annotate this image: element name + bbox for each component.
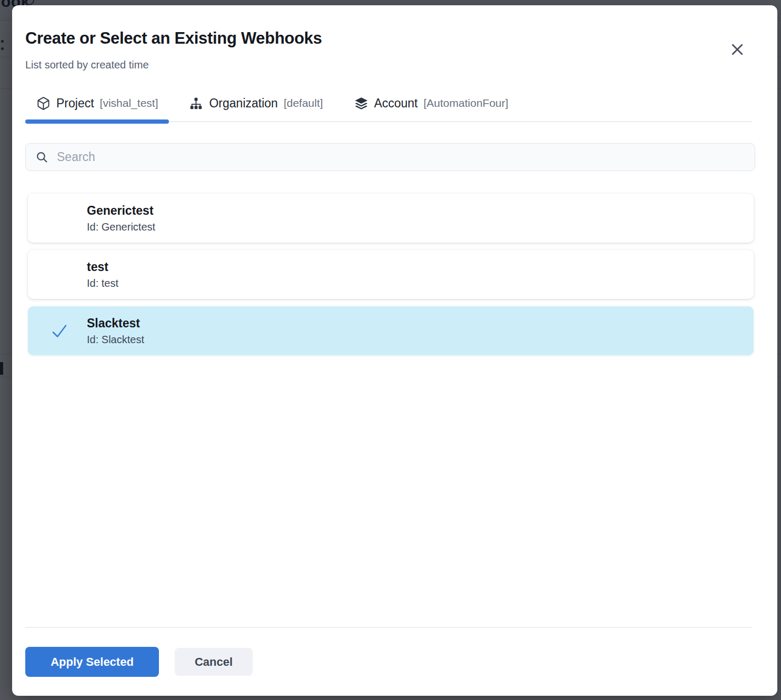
tab-organization-label: Organization bbox=[209, 96, 277, 111]
webhook-list-item-test[interactable]: test Id: test bbox=[28, 250, 754, 299]
search-box bbox=[25, 143, 755, 171]
search-input[interactable] bbox=[57, 144, 745, 171]
cancel-button[interactable]: Cancel bbox=[175, 648, 253, 676]
sitemap-icon bbox=[189, 96, 203, 111]
search-icon bbox=[35, 151, 48, 164]
webhook-name: Slacktest bbox=[87, 316, 754, 331]
box-icon bbox=[36, 96, 51, 111]
webhook-select-modal: Create or Select an Existing Webhooks Li… bbox=[12, 5, 777, 696]
tab-project[interactable]: Project [vishal_test] bbox=[25, 85, 169, 121]
webhook-list-item-slacktest[interactable]: Slacktest Id: Slacktest bbox=[28, 306, 754, 355]
tab-project-context: [vishal_test] bbox=[100, 97, 158, 109]
webhook-list-item-generictest[interactable]: Generictest Id: Generictest bbox=[28, 194, 754, 243]
webhook-name: test bbox=[87, 260, 754, 274]
close-icon bbox=[729, 42, 745, 57]
tab-organization-context: [default] bbox=[284, 97, 323, 109]
layers-icon bbox=[354, 96, 368, 111]
apply-selected-button[interactable]: Apply Selected bbox=[25, 647, 159, 677]
webhook-id: Id: Generictest bbox=[87, 221, 754, 233]
modal-subtitle: List sorted by created time bbox=[25, 59, 149, 71]
webhook-id: Id: Slacktest bbox=[87, 334, 754, 346]
check-icon bbox=[49, 322, 70, 341]
tab-organization[interactable]: Organization [default] bbox=[178, 85, 334, 121]
modal-footer: Apply Selected Cancel bbox=[25, 627, 752, 696]
close-button[interactable] bbox=[726, 38, 749, 61]
webhook-name: Generictest bbox=[87, 204, 754, 218]
tab-account[interactable]: Account [AutomationFour] bbox=[343, 85, 519, 121]
webhook-list: Generictest Id: Generictest test Id: tes… bbox=[28, 194, 754, 363]
tab-account-context: [AutomationFour] bbox=[424, 97, 508, 109]
modal-title: Create or Select an Existing Webhooks bbox=[25, 29, 322, 48]
tab-bar: Project [vishal_test] Organization [defa… bbox=[25, 85, 752, 122]
tab-account-label: Account bbox=[374, 96, 418, 111]
tab-project-label: Project bbox=[56, 96, 94, 111]
webhook-id: Id: test bbox=[87, 277, 754, 289]
